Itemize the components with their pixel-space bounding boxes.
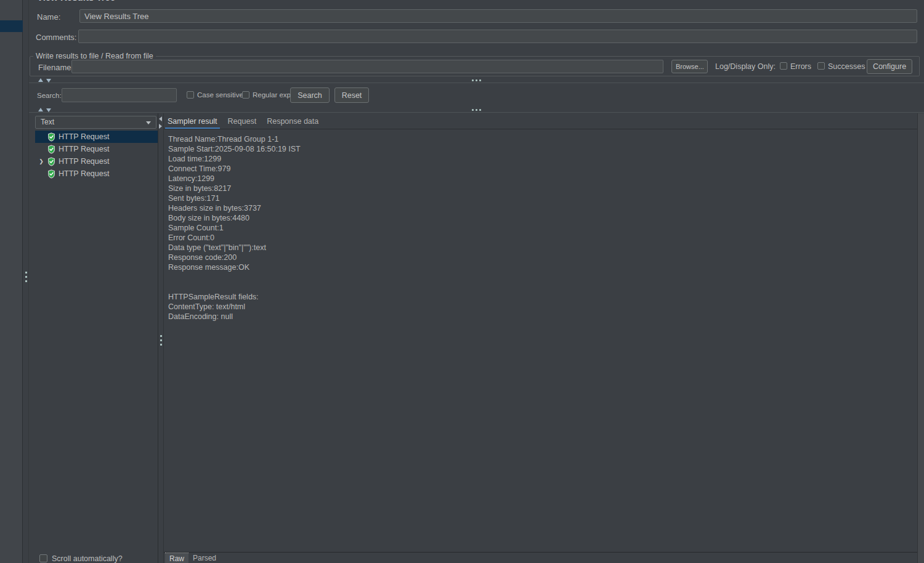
sampler-result-text: Thread Name:Thread Group 1-1Sample Start…: [168, 134, 912, 322]
write-results-group-title: Write results to file / Read from file: [33, 52, 156, 60]
sampler-result-line: Thread Name:Thread Group 1-1: [168, 134, 912, 144]
success-shield-icon: [46, 145, 56, 154]
detail-panel-divider: [163, 113, 164, 563]
sampler-result-line: Load time:1299: [168, 154, 912, 164]
sampler-result-line: Response code:200: [168, 253, 912, 262]
scroll-automatically-checkbox[interactable]: [39, 554, 47, 562]
tree-item-label: HTTP Request: [59, 132, 109, 141]
tree-item-http-request[interactable]: ❯ HTTP Request: [35, 155, 158, 168]
panel-splitter-grip[interactable]: [159, 335, 163, 346]
collapse-down-icon[interactable]: [46, 108, 51, 112]
sampler-result-line: Response message:OK: [168, 262, 912, 272]
configure-button[interactable]: Configure: [867, 59, 912, 74]
tree-item-http-request[interactable]: ❯ HTTP Request: [35, 143, 158, 155]
sampler-result-line: Sent bytes:171: [168, 193, 912, 203]
splitter-bar-middle[interactable]: [29, 107, 924, 113]
chevron-down-icon: [146, 121, 151, 124]
splitter-grip-icon[interactable]: [472, 79, 481, 81]
rail-splitter-grip[interactable]: [24, 272, 28, 282]
sampler-result-line: Error Count:0: [168, 233, 912, 243]
log-display-only-label: Log/Display Only:: [715, 62, 776, 71]
rail-selected-node[interactable]: [0, 20, 23, 32]
view-mode-select[interactable]: Text: [35, 116, 156, 129]
errors-label: Errors: [790, 62, 811, 71]
collapse-up-icon[interactable]: [38, 108, 43, 111]
tab-bar-line: [164, 129, 924, 129]
rail-splitter-line: [28, 0, 29, 563]
successes-checkbox[interactable]: [817, 62, 825, 70]
test-plan-rail[interactable]: [0, 0, 23, 563]
sampler-result-line: [168, 272, 912, 282]
tree-item-label: HTTP Request: [59, 157, 109, 166]
collapse-left-icon[interactable]: [159, 116, 162, 121]
search-label: Search:: [37, 92, 62, 99]
tree-item-label: HTTP Request: [59, 169, 109, 178]
raw-parsed-tab[interactable]: Parsed: [188, 553, 221, 563]
sampler-result-line: Body size in bytes:4480: [168, 213, 912, 223]
sampler-result-line: Headers size in bytes:3737: [168, 203, 912, 213]
filename-label: Filename: [38, 63, 71, 72]
collapse-down-icon[interactable]: [46, 79, 51, 83]
sampler-result-line: Data type ("text"|"bin"|""):text: [168, 243, 912, 253]
jmeter-view-results-tree-window: View Results Tree Name: Comments: Write …: [0, 0, 924, 563]
filename-input[interactable]: [71, 60, 663, 73]
detail-tab-bar: Sampler resultRequestResponse data: [165, 115, 326, 129]
search-input[interactable]: [62, 88, 177, 102]
success-shield-icon: [46, 169, 56, 179]
success-shield-icon: [46, 157, 56, 166]
comments-label: Comments:: [36, 33, 76, 42]
tree-panel-divider: [158, 113, 158, 563]
tree-item-http-request[interactable]: ❯ HTTP Request: [35, 131, 158, 143]
browse-button[interactable]: Browse...: [671, 60, 708, 73]
splitter-bar-top[interactable]: [29, 78, 924, 83]
results-tree: ❯ HTTP Request ❯ HTTP Request ❯ HTTP Req: [35, 131, 158, 180]
detail-tab[interactable]: Sampler result: [165, 116, 220, 129]
search-button[interactable]: Search: [290, 87, 330, 103]
case-sensitive-label: Case sensitive: [197, 91, 243, 99]
name-label: Name:: [37, 12, 60, 22]
scroll-automatically-label: Scroll automatically?: [52, 554, 123, 563]
regular-exp-label: Regular exp.: [253, 91, 293, 99]
sampler-result-line: HTTPSampleResult fields:: [168, 292, 912, 302]
sampler-result-line: DataEncoding: null: [168, 312, 912, 322]
sampler-result-line: Latency:1299: [168, 174, 912, 184]
detail-tab[interactable]: Request: [225, 116, 259, 129]
comments-input[interactable]: [78, 30, 917, 43]
detail-tab[interactable]: Response data: [264, 116, 321, 129]
expand-chevron-icon[interactable]: ❯: [36, 158, 46, 164]
sampler-result-line: Sample Count:1: [168, 223, 912, 233]
case-sensitive-checkbox[interactable]: [187, 91, 194, 99]
success-shield-icon: [46, 132, 56, 142]
sampler-result-line: Size in bytes:8217: [168, 184, 912, 193]
sampler-result-line: Connect Time:979: [168, 164, 912, 174]
errors-checkbox[interactable]: [780, 62, 787, 70]
reset-button[interactable]: Reset: [334, 87, 369, 103]
successes-label: Successes: [828, 62, 865, 71]
sampler-result-line: ContentType: text/html: [168, 302, 912, 312]
raw-parsed-tab[interactable]: Raw: [165, 553, 188, 563]
scrollbar-track[interactable]: [917, 113, 924, 563]
tree-item-http-request[interactable]: ❯ HTTP Request: [35, 168, 158, 180]
collapse-up-icon[interactable]: [38, 78, 43, 82]
tree-item-label: HTTP Request: [59, 145, 109, 153]
page-title: View Results Tree: [37, 0, 222, 2]
sampler-result-line: Sample Start:2025-09-08 16:50:19 IST: [168, 144, 912, 154]
collapse-right-icon[interactable]: [159, 124, 162, 129]
splitter-grip-icon[interactable]: [472, 109, 481, 111]
regular-exp-checkbox[interactable]: [242, 91, 249, 99]
raw-parsed-tab-bar: RawParsed: [164, 552, 917, 563]
view-mode-value: Text: [41, 118, 54, 126]
name-input[interactable]: [79, 9, 917, 23]
sampler-result-line: [168, 282, 912, 292]
